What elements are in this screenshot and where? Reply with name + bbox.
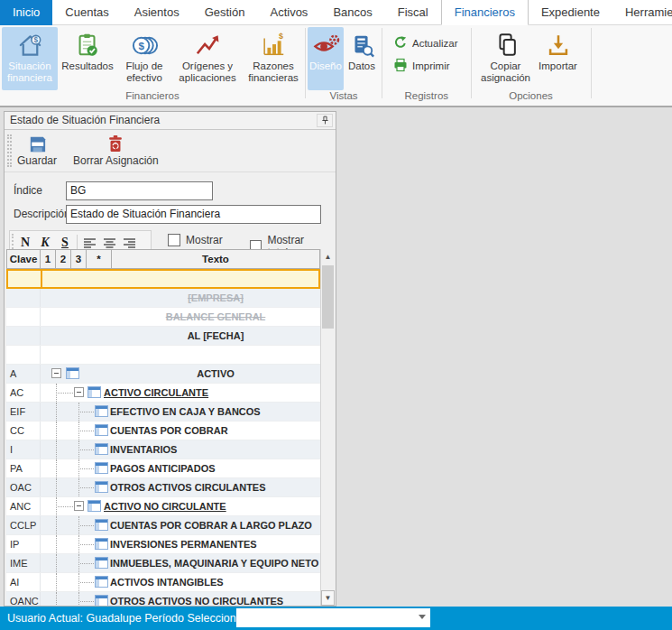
- tree-line: [56, 516, 57, 534]
- toolbar-grip[interactable]: [7, 134, 12, 167]
- tree-line: [56, 478, 57, 496]
- button-label: Borrar Asignación: [73, 154, 159, 167]
- tree-line: [80, 412, 94, 412]
- italic-button[interactable]: K: [35, 236, 55, 250]
- table-row[interactable]: IMEINMUEBLES, MAQUINARIA Y EQUIPO NETO: [6, 554, 320, 573]
- table-row[interactable]: CCLPCUENTAS POR COBRAR A LARGO PLAZO: [6, 516, 320, 535]
- row-text: ACTIVOS INTANGIBLES: [110, 573, 224, 591]
- row-clave: A: [6, 365, 41, 383]
- tree-line: [56, 554, 57, 572]
- tab-herramientas[interactable]: Herramientas: [612, 0, 672, 25]
- row-content: CUENTAS POR COBRAR: [41, 422, 320, 440]
- table-row[interactable]: AACTIVO: [6, 365, 320, 384]
- tab-activos-fijos[interactable]: Activos fijos: [257, 0, 320, 25]
- row-text: ACTIVO CIRCULANTE: [104, 384, 208, 402]
- header-clave[interactable]: Clave: [6, 249, 41, 269]
- align-left-button[interactable]: [79, 237, 99, 248]
- collapse-expander[interactable]: [51, 368, 61, 378]
- table-row[interactable]: ACACTIVO CIRCULANTE: [6, 384, 320, 403]
- table-row[interactable]: [6, 269, 320, 289]
- button-label: Diseño: [309, 60, 342, 72]
- resultados-button[interactable]: Resultados: [58, 27, 117, 90]
- table-row[interactable]: OANCOTROS ACTIVOS NO CIRCULANTES: [6, 592, 320, 606]
- button-label: Flujo de efectivo: [120, 60, 169, 84]
- row-content: CUENTAS POR COBRAR A LARGO PLAZO: [41, 516, 320, 534]
- row-content: OTROS ACTIVOS CIRCULANTES: [41, 478, 320, 496]
- scroll-down-button[interactable]: ▼: [321, 590, 335, 606]
- table-row[interactable]: AL [FECHA]: [6, 327, 320, 346]
- origenes-aplicaciones-button[interactable]: Orígenes y aplicaciones: [171, 27, 244, 90]
- tab-gestión[interactable]: Gestión: [192, 0, 258, 25]
- table-row[interactable]: ANCACTIVO NO CIRCULANTE: [6, 497, 320, 516]
- row-content: ACTIVO: [41, 365, 320, 383]
- tab-fiscal[interactable]: Fiscal: [385, 0, 441, 25]
- workspace-background: Estado de Situación Financiera Guardar B…: [0, 109, 672, 607]
- row-clave: [6, 308, 41, 326]
- indice-input[interactable]: [66, 181, 213, 200]
- table-row[interactable]: IPINVERSIONES PERMANENTES: [6, 535, 320, 554]
- grid-icon: [95, 481, 108, 493]
- align-center-button[interactable]: [99, 237, 119, 248]
- row-content: BALANCE GENERAL: [41, 308, 320, 326]
- scroll-up-button[interactable]: ▲: [321, 249, 335, 264]
- tab-bancos[interactable]: Bancos: [320, 0, 384, 25]
- header-2[interactable]: 2: [56, 249, 71, 269]
- tab-expediente[interactable]: Expediente: [529, 0, 612, 25]
- tree-line: [58, 393, 73, 394]
- flujo-efectivo-button[interactable]: $ Flujo de efectivo: [117, 27, 171, 90]
- row-content: [41, 346, 320, 364]
- row-text: BALANCE GENERAL: [113, 308, 318, 326]
- row-content: INVERSIONES PERMANENTES: [41, 535, 320, 553]
- bold-button[interactable]: N: [15, 236, 35, 250]
- actualizar-button[interactable]: Actualizar: [393, 35, 458, 51]
- datos-button[interactable]: Datos: [344, 27, 380, 90]
- table-row[interactable]: EIFEFECTIVO EN CAJA Y BANCOS: [6, 403, 320, 422]
- table-row[interactable]: BALANCE GENERAL: [6, 308, 320, 327]
- tree-line: [80, 544, 94, 545]
- tab-inicio[interactable]: Inicio: [0, 0, 52, 25]
- table-row[interactable]: [6, 346, 320, 365]
- borrar-asignacion-button[interactable]: Borrar Asignación: [73, 133, 159, 167]
- header-star[interactable]: *: [87, 249, 112, 269]
- situacion-financiera-button[interactable]: $ Situación financiera: [2, 27, 58, 90]
- razones-financieras-button[interactable]: $ Razones financieras: [244, 27, 303, 90]
- header-3[interactable]: 3: [71, 249, 87, 269]
- tab-asientos[interactable]: Asientos: [122, 0, 192, 25]
- ribbon-group-registros: Actualizar Imprimir Registros: [382, 25, 471, 106]
- grid-icon: [95, 519, 108, 531]
- pin-button[interactable]: [317, 114, 333, 127]
- scroll-thumb[interactable]: [322, 265, 334, 329]
- descripcion-input[interactable]: [66, 205, 321, 224]
- imprimir-button[interactable]: Imprimir: [393, 58, 458, 74]
- tree-line: [56, 592, 57, 606]
- row-text: PAGOS ANTICIPADOS: [110, 459, 216, 477]
- underline-button[interactable]: S: [55, 236, 75, 250]
- clipboard-check-icon: [74, 30, 101, 60]
- table-row[interactable]: OACOTROS ACTIVOS CIRCULANTES: [6, 478, 320, 497]
- diseno-button[interactable]: Diseño: [308, 27, 344, 90]
- table-row[interactable]: [EMPRESA]: [6, 289, 320, 308]
- header-1[interactable]: 1: [41, 249, 56, 269]
- button-label: Datos: [348, 60, 375, 72]
- table-row[interactable]: IINVENTARIOS: [6, 440, 320, 459]
- align-right-button[interactable]: [119, 237, 139, 248]
- group-label-financieros: Financieros: [0, 90, 305, 106]
- period-combobox[interactable]: [236, 608, 430, 627]
- tab-financieros[interactable]: Financieros: [441, 0, 529, 25]
- vertical-scrollbar[interactable]: ▲ ▼: [320, 249, 334, 606]
- importar-button[interactable]: Importar: [533, 27, 584, 90]
- panel-toolbar: Guardar Borrar Asignación: [5, 130, 336, 172]
- copiar-asignacion-button[interactable]: Copiar asignación: [479, 27, 533, 90]
- eye-gear-icon: [312, 30, 340, 60]
- button-label: Orígenes y aplicaciones: [174, 60, 241, 84]
- guardar-button[interactable]: Guardar: [17, 133, 57, 167]
- indice-label: Índice: [5, 184, 66, 197]
- tab-cuentas[interactable]: Cuentas: [52, 0, 121, 25]
- collapse-expander[interactable]: [74, 387, 84, 397]
- table-row[interactable]: AIACTIVOS INTANGIBLES: [6, 573, 320, 592]
- mostrar-checkbox[interactable]: [168, 234, 180, 246]
- table-row[interactable]: PAPAGOS ANTICIPADOS: [6, 459, 320, 478]
- collapse-expander[interactable]: [74, 501, 84, 511]
- table-row[interactable]: CCCUENTAS POR COBRAR: [6, 422, 320, 440]
- header-texto[interactable]: Texto: [112, 249, 320, 269]
